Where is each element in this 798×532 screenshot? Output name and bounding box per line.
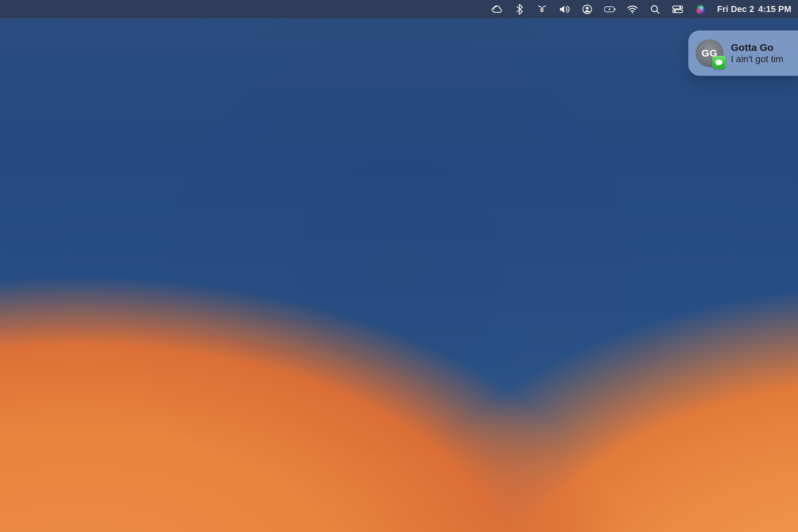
messages-icon xyxy=(712,56,725,69)
bee-icon[interactable] xyxy=(536,4,548,15)
bluetooth-icon[interactable] xyxy=(514,4,525,15)
wifi-icon[interactable] xyxy=(627,4,638,15)
svg-rect-1 xyxy=(540,8,544,9)
notification-sender: Gotta Go xyxy=(731,42,783,53)
svg-point-13 xyxy=(674,10,676,12)
spotlight-search-icon[interactable] xyxy=(649,4,661,15)
notification-texts: Gotta Go I ain't got tim xyxy=(731,42,783,64)
notification-avatar: GG xyxy=(696,39,723,67)
svg-point-7 xyxy=(631,12,633,13)
svg-line-9 xyxy=(657,11,659,13)
menubar-time: 4:15 PM xyxy=(758,4,791,14)
svg-point-11 xyxy=(679,6,681,8)
control-center-icon[interactable] xyxy=(672,4,683,15)
volume-icon[interactable] xyxy=(559,4,570,15)
svg-rect-2 xyxy=(540,10,544,11)
desktop-wallpaper xyxy=(0,0,798,532)
messages-notification[interactable]: GG Gotta Go I ain't got tim xyxy=(688,31,798,76)
battery-charging-icon[interactable] xyxy=(604,4,615,15)
menubar-clock[interactable]: Fri Dec 2 4:15 PM xyxy=(717,4,791,14)
creative-cloud-icon[interactable] xyxy=(491,4,502,15)
svg-point-4 xyxy=(586,7,589,10)
notification-preview: I ain't got tim xyxy=(731,54,783,64)
svg-point-0 xyxy=(540,7,544,12)
user-switch-icon[interactable] xyxy=(582,4,593,15)
menubar-date: Fri Dec 2 xyxy=(717,4,755,14)
svg-rect-6 xyxy=(614,8,615,10)
menubar: Fri Dec 2 4:15 PM xyxy=(0,0,798,18)
siri-icon[interactable] xyxy=(695,4,706,15)
